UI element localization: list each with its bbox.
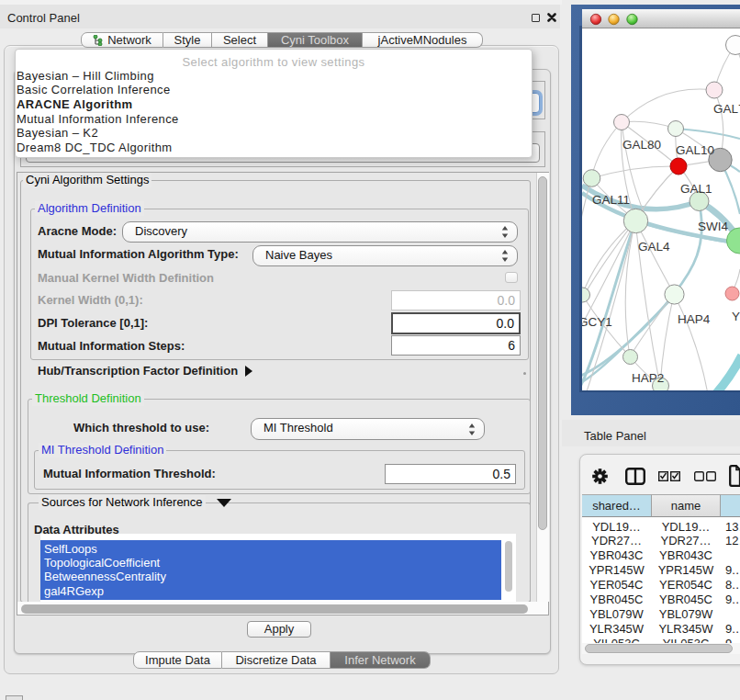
svg-text:GAL10: GAL10 <box>676 143 714 157</box>
svg-text:GAL4: GAL4 <box>638 240 670 254</box>
svg-text:GAL11: GAL11 <box>592 193 630 207</box>
svg-text:SWI4: SWI4 <box>698 220 728 233</box>
svg-text:GCY1: GCY1 <box>578 315 612 329</box>
svg-text:GAL1: GAL1 <box>680 182 712 196</box>
svg-text:HAP4: HAP4 <box>678 312 711 326</box>
svg-text:HAP2: HAP2 <box>632 371 664 385</box>
svg-text:Y: Y <box>732 310 740 323</box>
svg-text:GAL7: GAL7 <box>713 102 740 116</box>
svg-text:GAL80: GAL80 <box>622 138 661 152</box>
